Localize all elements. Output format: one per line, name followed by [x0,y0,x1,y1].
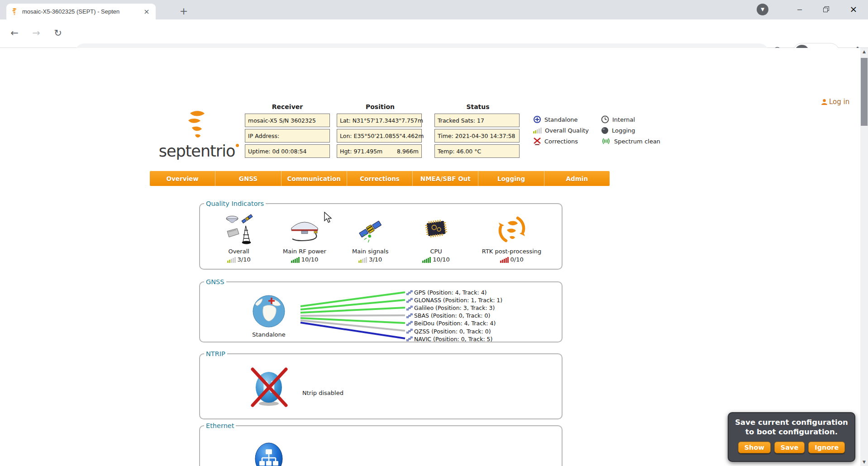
tab-nmea-sbf-out[interactable]: NMEA/SBF Out [413,171,478,186]
tab-corrections[interactable]: Corrections [347,171,413,186]
ethernet-icon [254,442,283,466]
standalone-icon [533,115,541,124]
corrections-icon [533,137,541,145]
globe-icon [252,294,286,328]
minimize-button[interactable]: – [787,0,813,18]
satellite-mini-icon [406,290,413,296]
login-link[interactable]: Log in [821,98,849,106]
receiver-web-ui: Log in septentrio Receiver Position Stat… [0,48,860,466]
satellite-icon [355,213,385,246]
satellite-mini-icon [406,297,413,304]
constellation-row: SBAS (Position: 0, Track: 0) [406,312,502,319]
position-mode: Standalone [250,294,288,338]
constellation-row: GPS (Position: 4, Track: 4) [406,289,502,296]
media-controls-button[interactable]: ▼ [757,4,768,15]
restore-icon [823,6,829,12]
status-legend: Standalone Internal Overall Quality Logg… [533,114,664,147]
indicator-label: Main signals [338,248,403,255]
indicator-main-signals: Main signals 3/10 [338,212,403,263]
browser-window: { "browser": { "tab_title": "mosaic-X5-3… [0,0,868,466]
logging-icon [601,127,609,134]
satellite-mini-icon [406,328,413,334]
ntrip-status-text: Ntrip disabled [302,390,343,396]
person-icon [821,99,828,105]
popup-message-line2: to boot configuration. [729,427,854,437]
receiver-id-box: mosaic-X5 S/N 3602325 [245,114,330,127]
quality-bars-icon [533,127,542,133]
indicator-label: RTK post-processing [469,248,554,255]
save-config-popup: Save current configuration to boot confi… [728,412,855,462]
satellite-mini-icon [406,313,413,319]
window-close-button[interactable]: × [839,0,868,18]
gnss-section-title: GNSS [204,278,226,285]
constellation-row: BeiDou (Position: 4, Track: 4) [406,319,502,327]
satellite-mini-icon [406,320,413,327]
signal-bars-icon [422,257,431,263]
scroll-up-icon[interactable]: ▲ [860,48,868,56]
tab-close-icon[interactable]: × [142,7,151,16]
mouse-cursor [324,212,334,223]
tab-gnss[interactable]: GNSS [215,171,281,186]
scroll-down-icon[interactable]: ▼ [860,458,868,466]
time-box: Time: 2021-04-30 14:37:58 [434,129,520,143]
satellite-mini-icon [406,336,413,342]
ntrip-disabled-icon: N [248,364,291,409]
legend-spectrum-clean: Spectrum clean [601,136,664,147]
show-button[interactable]: Show [738,442,771,453]
rtk-post-processing-icon [497,214,527,244]
indicator-score: 10/10 [433,256,449,263]
position-column-title: Position [337,103,423,110]
height-box: Hgt: 971.495m8.966m [337,144,422,158]
septentrio-logo-icon [183,110,211,140]
popup-message-line1: Save current configuration [729,418,854,427]
tab-overview[interactable]: Overview [150,171,215,186]
tab-communication[interactable]: Communication [281,171,347,186]
tab-title: mosaic-X5-3602325 (SEPT) - Septen [22,8,142,15]
ignore-button[interactable]: Ignore [808,442,845,453]
receiver-column-title: Receiver [244,103,330,110]
septentrio-logo: septentrio [156,110,238,160]
quality-indicators-title: Quality Indicators [204,200,266,207]
forward-button[interactable]: → [29,26,44,41]
tracked-sats-box: Tracked Sats: 17 [434,114,520,127]
ip-address-box: IP Address: [245,129,330,143]
latitude-box: Lat: N31°57'17.3443"7.757m [337,114,422,127]
indicator-score: 10/10 [301,256,318,263]
page-scrollbar[interactable]: ▲ ▼ [860,48,868,466]
reload-button[interactable]: ↻ [50,26,66,41]
longitude-box: Lon: E35°50'21.0855"4.462m [337,129,422,143]
status-column-title: Status [435,103,521,110]
tab-admin[interactable]: Admin [544,171,610,186]
overall-composite-icon [224,213,253,246]
rf-antenna-icon [287,215,322,243]
cpu-chip-icon [422,218,450,241]
scrollbar-thumb[interactable] [861,58,868,126]
indicator-overall: Overall 3/10 [206,212,272,263]
legend-standalone: Standalone [533,114,601,125]
back-button[interactable]: ← [7,26,22,41]
uptime-box: Uptime: 0d 00:08:54 [245,144,330,158]
save-button[interactable]: Save [774,442,805,453]
tab-logging[interactable]: Logging [478,171,544,186]
temperature-box: Temp: 46.00 °C [434,144,520,158]
constellation-row: GLONASS (Position: 1, Track: 1) [406,296,502,304]
legend-overall-quality: Overall Quality [533,125,601,136]
logo-wordmark: septentrio [159,142,235,160]
legend-logging: Logging [601,125,664,136]
position-mode-label: Standalone [250,331,288,338]
ntrip-section-title: NTRIP [204,350,227,357]
login-label: Log in [829,98,849,106]
favicon-septentrio-icon [11,8,18,15]
main-nav: Overview GNSS Communication Corrections … [150,171,610,186]
constellation-list: GPS (Position: 4, Track: 4) GLONASS (Pos… [406,289,502,343]
internal-clock-icon [601,115,609,124]
legend-internal: Internal [601,114,664,125]
new-tab-button[interactable]: + [177,5,190,18]
indicator-label: CPU [403,248,469,255]
satellite-mini-icon [406,305,413,311]
restore-button[interactable] [813,0,839,18]
quality-indicator-list: Overall 3/10 Main RF power 10/10 [206,212,554,263]
ethernet-section-title: Ethernet [204,422,236,429]
spectrum-clean-icon [601,137,611,145]
browser-tab[interactable]: mosaic-X5-3602325 (SEPT) - Septen × [6,4,156,19]
